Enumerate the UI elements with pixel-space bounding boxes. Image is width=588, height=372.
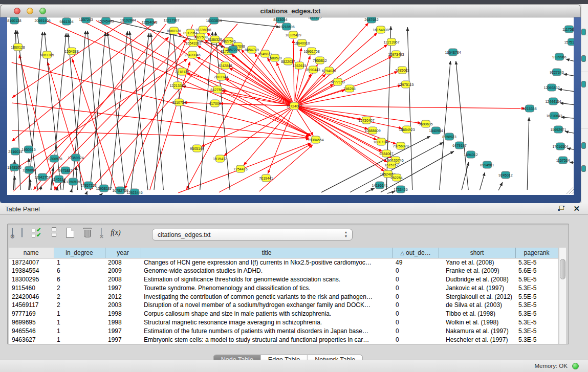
graph-node[interactable]: 6794028 <box>322 67 336 74</box>
graph-node[interactable]: 9699695 <box>419 120 432 127</box>
graph-node[interactable]: 9227343 <box>550 69 563 76</box>
graph-node[interactable]: 8110754 <box>172 99 186 106</box>
graph-node[interactable]: 18654923 <box>399 126 415 133</box>
graph-node[interactable]: 746266 <box>343 85 355 92</box>
table-row[interactable]: 1456911722003Disruption of a novel membe… <box>9 301 558 310</box>
graph-node[interactable]: 9861304 <box>59 18 73 25</box>
graph-node[interactable]: 1515412 <box>213 155 227 162</box>
column-header-name[interactable]: name <box>9 248 54 258</box>
resize-grip[interactable] <box>569 189 574 194</box>
graph-node[interactable]: 1554388 <box>64 48 78 55</box>
graph-node[interactable]: 16033809 <box>206 17 222 24</box>
table-row[interactable]: 977716911998Corpus callosum shape and si… <box>9 310 558 318</box>
graph-node[interactable]: 19384554 <box>308 136 323 143</box>
column-header-short[interactable]: short <box>439 248 515 258</box>
new-table-icon[interactable] <box>66 228 74 238</box>
graph-node[interactable]: 8454749 <box>245 46 258 53</box>
close-panel-icon[interactable]: ✕ <box>573 204 580 213</box>
graph-node[interactable]: 1840954 <box>429 127 443 134</box>
graph-node[interactable]: 1122139 <box>308 17 322 20</box>
graph-node[interactable]: 1694012 <box>464 151 477 158</box>
delete-rows-icon[interactable] <box>83 228 92 238</box>
graph-node[interactable]: 9245012 <box>498 171 512 179</box>
table-row[interactable]: 1938455462009Genome-wide association stu… <box>9 267 558 275</box>
graph-node[interactable]: 20691406 <box>34 17 50 24</box>
graph-node[interactable]: 15751074 <box>564 38 574 46</box>
graph-node[interactable]: 9242848 <box>218 62 232 69</box>
graph-node[interactable]: 15692971 <box>550 126 566 133</box>
graph-node[interactable]: 417004 <box>209 100 221 107</box>
graph-node[interactable]: 19102844 <box>120 17 136 24</box>
table-row[interactable]: 946554611997Estimation of the future num… <box>9 326 558 335</box>
graph-node[interactable]: 7619441 <box>259 174 273 182</box>
select-all-icon[interactable]: ✔✔ <box>32 227 43 238</box>
graph-node[interactable]: 12975115 <box>398 81 414 88</box>
graph-node[interactable]: 8660128 <box>167 27 181 34</box>
graph-node[interactable]: 1156869 <box>23 166 36 173</box>
graph-node[interactable]: 1350515 <box>66 178 80 185</box>
graph-node[interactable]: 1145194 <box>52 176 66 183</box>
graph-node[interactable]: 252254 <box>390 174 402 181</box>
scrollbar-thumb[interactable] <box>560 259 565 279</box>
resize-grip[interactable] <box>572 192 574 194</box>
graph-node[interactable]: 16782759 <box>112 187 128 194</box>
graph-node[interactable]: 17016504 <box>552 143 568 150</box>
graph-node[interactable]: 2687682 <box>364 17 378 23</box>
graph-node[interactable]: 1950515 <box>21 146 35 153</box>
graph-node[interactable]: 8990443 <box>306 66 320 73</box>
function-builder-icon[interactable]: f(x) <box>111 229 120 237</box>
table-row[interactable]: 1830029562008Estimation of significance … <box>9 275 558 284</box>
graph-node[interactable]: 16961758 <box>303 48 319 55</box>
table-row[interactable]: 911546021997Tourette syndrome. Phenomeno… <box>9 283 558 292</box>
graph-node[interactable]: 8186328 <box>208 36 222 43</box>
graph-node[interactable]: 12444154 <box>545 98 561 105</box>
graph-node[interactable]: 12217987 <box>163 17 179 24</box>
float-panel-icon[interactable] <box>558 206 564 212</box>
graph-node[interactable]: 16648784 <box>445 49 461 56</box>
graph-node[interactable]: 16640910 <box>294 39 310 47</box>
table-row[interactable]: 2242004622012Investigating the contribut… <box>9 292 558 301</box>
delete-table-icon[interactable]: ✕ <box>101 228 102 237</box>
graph-node[interactable]: 1117584 <box>562 26 574 33</box>
graph-node[interactable]: 1557243 <box>79 17 93 23</box>
graph-node[interactable]: 8215358 <box>522 105 536 112</box>
graph-node[interactable]: 16210643 <box>546 112 562 119</box>
graph-node[interactable]: 7485063 <box>395 67 409 74</box>
graph-node[interactable]: 1860128 <box>11 43 25 51</box>
graph-node[interactable]: 16154808 <box>373 26 388 33</box>
graph-node[interactable]: 19218596 <box>278 23 294 30</box>
graph-node[interactable]: 14196141 <box>372 182 387 189</box>
show-columns-icon[interactable] <box>21 228 23 237</box>
table-row[interactable]: 1872400712008Changes of HCN gene express… <box>9 258 558 267</box>
graph-node[interactable]: 18325419 <box>285 31 301 38</box>
window-titlebar[interactable]: citations_edges.txt <box>0 4 581 17</box>
network-canvas[interactable]: 1872400786601288912954182260589827508165… <box>7 17 574 195</box>
graph-node[interactable]: 7955812 <box>313 57 326 64</box>
graph-node[interactable]: 8994561 <box>480 161 494 168</box>
column-header-year[interactable]: year <box>105 248 141 258</box>
table-settings-icon[interactable]: ⚙ <box>12 228 13 237</box>
graph-node[interactable]: 1848505 <box>7 164 21 171</box>
graph-node[interactable]: 11554088 <box>142 18 158 26</box>
column-header-out_de[interactable]: △out_de… <box>393 248 439 258</box>
graph-node[interactable]: 9505149 <box>190 145 204 152</box>
graph-node[interactable]: 17957223 <box>80 182 96 189</box>
table-row[interactable]: 946362711997Embryonic stem cells: a mode… <box>9 335 558 344</box>
column-header-in_degree[interactable]: in_degree <box>54 248 105 258</box>
graph-node[interactable]: 12093832 <box>543 84 559 91</box>
table-selector-dropdown[interactable]: citations_edges.txt ▲ ▼ <box>152 229 353 240</box>
graph-node[interactable]: 15720407 <box>358 117 374 124</box>
graph-node[interactable]: 12213967 <box>383 38 399 46</box>
column-header-pagerank[interactable]: pagerank <box>515 248 558 258</box>
graph-node[interactable]: 1167534 <box>556 157 570 164</box>
graph-node[interactable]: 2516015 <box>8 148 22 155</box>
table-scrollbar[interactable] <box>559 248 566 344</box>
graph-node[interactable]: 18226058 <box>195 26 211 33</box>
row-height-icon[interactable] <box>52 227 57 238</box>
graph-node[interactable]: 8160138 <box>7 17 21 24</box>
graph-node[interactable]: 17359924 <box>68 154 83 161</box>
graph-node[interactable]: 13958187 <box>96 185 112 192</box>
graph-node[interactable]: 12923446 <box>126 189 142 195</box>
graph-node[interactable]: 1733426 <box>394 186 407 193</box>
column-header-title[interactable]: title <box>141 248 393 258</box>
